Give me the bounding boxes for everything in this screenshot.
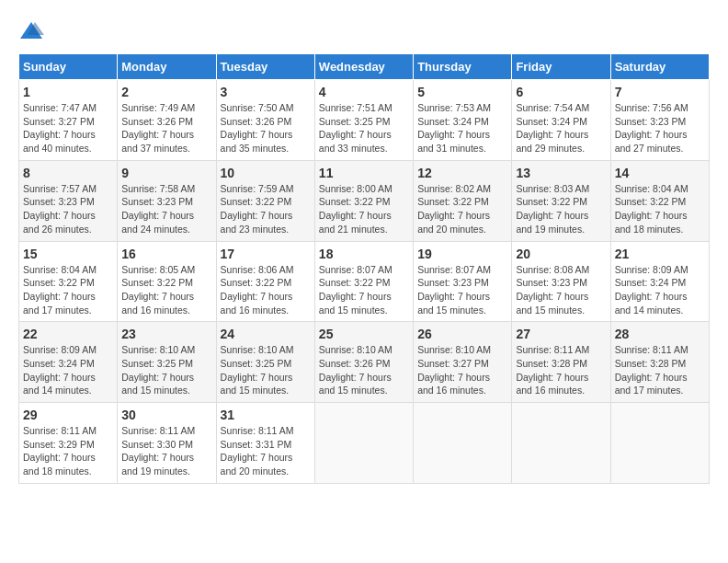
day-detail: Sunrise: 8:09 AMSunset: 3:24 PMDaylight:… — [615, 263, 705, 317]
calendar-table: SundayMondayTuesdayWednesdayThursdayFrid… — [18, 53, 710, 484]
day-header-wednesday: Wednesday — [314, 54, 413, 80]
day-cell-23: 23Sunrise: 8:10 AMSunset: 3:25 PMDayligh… — [118, 322, 216, 403]
day-detail: Sunrise: 7:59 AMSunset: 3:22 PMDaylight:… — [221, 182, 311, 236]
day-detail: Sunrise: 8:11 AMSunset: 3:30 PMDaylight:… — [121, 424, 211, 478]
day-detail: Sunrise: 8:10 AMSunset: 3:25 PMDaylight:… — [121, 343, 211, 397]
day-number: 18 — [319, 247, 409, 261]
day-detail: Sunrise: 7:58 AMSunset: 3:23 PMDaylight:… — [121, 182, 211, 236]
logo — [18, 18, 48, 44]
day-cell-4: 4Sunrise: 7:51 AMSunset: 3:25 PMDaylight… — [314, 80, 413, 161]
day-cell-25: 25Sunrise: 8:10 AMSunset: 3:26 PMDayligh… — [314, 322, 413, 403]
day-cell-20: 20Sunrise: 8:08 AMSunset: 3:23 PMDayligh… — [512, 241, 610, 322]
day-detail: Sunrise: 7:50 AMSunset: 3:26 PMDaylight:… — [221, 101, 311, 155]
day-cell-10: 10Sunrise: 7:59 AMSunset: 3:22 PMDayligh… — [216, 160, 314, 241]
day-number: 30 — [121, 408, 211, 422]
day-detail: Sunrise: 8:00 AMSunset: 3:22 PMDaylight:… — [319, 182, 409, 236]
day-cell-13: 13Sunrise: 8:03 AMSunset: 3:22 PMDayligh… — [512, 160, 610, 241]
day-detail: Sunrise: 8:10 AMSunset: 3:25 PMDaylight:… — [221, 343, 311, 397]
day-detail: Sunrise: 8:04 AMSunset: 3:22 PMDaylight:… — [23, 263, 113, 317]
day-cell-14: 14Sunrise: 8:04 AMSunset: 3:22 PMDayligh… — [610, 160, 709, 241]
day-number: 9 — [121, 166, 211, 180]
day-detail: Sunrise: 7:53 AMSunset: 3:24 PMDaylight:… — [417, 101, 507, 155]
day-detail: Sunrise: 8:07 AMSunset: 3:23 PMDaylight:… — [417, 263, 507, 317]
day-header-friday: Friday — [512, 54, 610, 80]
day-detail: Sunrise: 7:57 AMSunset: 3:23 PMDaylight:… — [23, 182, 113, 236]
day-number: 23 — [121, 327, 211, 341]
day-cell-3: 3Sunrise: 7:50 AMSunset: 3:26 PMDaylight… — [216, 80, 314, 161]
empty-cell — [512, 403, 610, 484]
day-cell-5: 5Sunrise: 7:53 AMSunset: 3:24 PMDaylight… — [414, 80, 512, 161]
day-cell-27: 27Sunrise: 8:11 AMSunset: 3:28 PMDayligh… — [512, 322, 610, 403]
day-detail: Sunrise: 8:09 AMSunset: 3:24 PMDaylight:… — [23, 343, 113, 397]
day-number: 12 — [417, 166, 507, 180]
day-header-monday: Monday — [118, 54, 216, 80]
day-number: 14 — [615, 166, 705, 180]
day-number: 11 — [319, 166, 409, 180]
day-detail: Sunrise: 8:11 AMSunset: 3:31 PMDaylight:… — [221, 424, 311, 478]
empty-cell — [314, 403, 413, 484]
day-detail: Sunrise: 8:06 AMSunset: 3:22 PMDaylight:… — [221, 263, 311, 317]
day-cell-1: 1Sunrise: 7:47 AMSunset: 3:27 PMDaylight… — [19, 80, 118, 161]
day-cell-16: 16Sunrise: 8:05 AMSunset: 3:22 PMDayligh… — [118, 241, 216, 322]
day-cell-29: 29Sunrise: 8:11 AMSunset: 3:29 PMDayligh… — [19, 403, 118, 484]
day-number: 15 — [23, 247, 113, 261]
day-cell-17: 17Sunrise: 8:06 AMSunset: 3:22 PMDayligh… — [216, 241, 314, 322]
day-number: 8 — [23, 166, 113, 180]
day-number: 10 — [221, 166, 311, 180]
day-number: 20 — [516, 247, 606, 261]
day-number: 5 — [417, 85, 507, 99]
day-cell-31: 31Sunrise: 8:11 AMSunset: 3:31 PMDayligh… — [216, 403, 314, 484]
day-detail: Sunrise: 8:02 AMSunset: 3:22 PMDaylight:… — [417, 182, 507, 236]
day-detail: Sunrise: 8:10 AMSunset: 3:27 PMDaylight:… — [417, 343, 507, 397]
day-header-sunday: Sunday — [19, 54, 118, 80]
day-number: 4 — [319, 85, 409, 99]
day-cell-15: 15Sunrise: 8:04 AMSunset: 3:22 PMDayligh… — [19, 241, 118, 322]
day-number: 17 — [221, 247, 311, 261]
calendar-row: 1Sunrise: 7:47 AMSunset: 3:27 PMDaylight… — [19, 80, 710, 161]
calendar-header: SundayMondayTuesdayWednesdayThursdayFrid… — [19, 54, 710, 80]
day-number: 26 — [417, 327, 507, 341]
day-number: 25 — [319, 327, 409, 341]
day-cell-2: 2Sunrise: 7:49 AMSunset: 3:26 PMDaylight… — [118, 80, 216, 161]
day-detail: Sunrise: 8:07 AMSunset: 3:22 PMDaylight:… — [319, 263, 409, 317]
day-detail: Sunrise: 8:11 AMSunset: 3:29 PMDaylight:… — [23, 424, 113, 478]
day-number: 27 — [516, 327, 606, 341]
page-header — [18, 18, 710, 44]
day-detail: Sunrise: 7:56 AMSunset: 3:23 PMDaylight:… — [615, 101, 705, 155]
calendar-row: 8Sunrise: 7:57 AMSunset: 3:23 PMDaylight… — [19, 160, 710, 241]
day-detail: Sunrise: 7:47 AMSunset: 3:27 PMDaylight:… — [23, 101, 113, 155]
day-number: 7 — [615, 85, 705, 99]
calendar-row: 22Sunrise: 8:09 AMSunset: 3:24 PMDayligh… — [19, 322, 710, 403]
day-detail: Sunrise: 8:11 AMSunset: 3:28 PMDaylight:… — [516, 343, 606, 397]
day-cell-21: 21Sunrise: 8:09 AMSunset: 3:24 PMDayligh… — [610, 241, 709, 322]
day-header-saturday: Saturday — [610, 54, 709, 80]
day-number: 16 — [121, 247, 211, 261]
day-number: 31 — [221, 408, 311, 422]
logo-icon — [18, 18, 44, 44]
day-number: 28 — [615, 327, 705, 341]
day-detail: Sunrise: 8:08 AMSunset: 3:23 PMDaylight:… — [516, 263, 606, 317]
day-cell-26: 26Sunrise: 8:10 AMSunset: 3:27 PMDayligh… — [414, 322, 512, 403]
day-number: 13 — [516, 166, 606, 180]
day-number: 3 — [221, 85, 311, 99]
day-number: 1 — [23, 85, 113, 99]
day-number: 2 — [121, 85, 211, 99]
day-header-tuesday: Tuesday — [216, 54, 314, 80]
day-cell-22: 22Sunrise: 8:09 AMSunset: 3:24 PMDayligh… — [19, 322, 118, 403]
day-number: 21 — [615, 247, 705, 261]
day-number: 24 — [221, 327, 311, 341]
day-cell-11: 11Sunrise: 8:00 AMSunset: 3:22 PMDayligh… — [314, 160, 413, 241]
calendar-row: 15Sunrise: 8:04 AMSunset: 3:22 PMDayligh… — [19, 241, 710, 322]
empty-cell — [610, 403, 709, 484]
calendar-body: 1Sunrise: 7:47 AMSunset: 3:27 PMDaylight… — [19, 80, 710, 484]
calendar-row: 29Sunrise: 8:11 AMSunset: 3:29 PMDayligh… — [19, 403, 710, 484]
day-detail: Sunrise: 7:49 AMSunset: 3:26 PMDaylight:… — [121, 101, 211, 155]
day-cell-24: 24Sunrise: 8:10 AMSunset: 3:25 PMDayligh… — [216, 322, 314, 403]
day-cell-28: 28Sunrise: 8:11 AMSunset: 3:28 PMDayligh… — [610, 322, 709, 403]
day-cell-18: 18Sunrise: 8:07 AMSunset: 3:22 PMDayligh… — [314, 241, 413, 322]
day-cell-12: 12Sunrise: 8:02 AMSunset: 3:22 PMDayligh… — [414, 160, 512, 241]
day-cell-6: 6Sunrise: 7:54 AMSunset: 3:24 PMDaylight… — [512, 80, 610, 161]
day-cell-19: 19Sunrise: 8:07 AMSunset: 3:23 PMDayligh… — [414, 241, 512, 322]
day-number: 6 — [516, 85, 606, 99]
day-cell-9: 9Sunrise: 7:58 AMSunset: 3:23 PMDaylight… — [118, 160, 216, 241]
